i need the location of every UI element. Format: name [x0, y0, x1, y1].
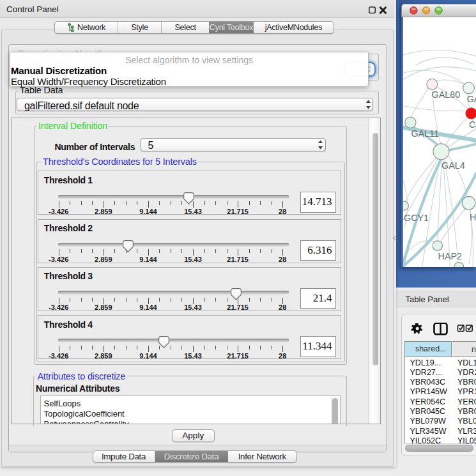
svg-text:GA: GA [467, 94, 476, 104]
svg-text:GAL80: GAL80 [432, 89, 461, 100]
svg-text:HI: HI [470, 212, 476, 222]
svg-text:CR: CR [469, 119, 476, 130]
svg-text:GAL11: GAL11 [411, 128, 439, 139]
svg-text:GAL4: GAL4 [441, 160, 465, 171]
svg-text:GCY1: GCY1 [404, 213, 429, 223]
svg-text:HAP2: HAP2 [438, 251, 463, 261]
